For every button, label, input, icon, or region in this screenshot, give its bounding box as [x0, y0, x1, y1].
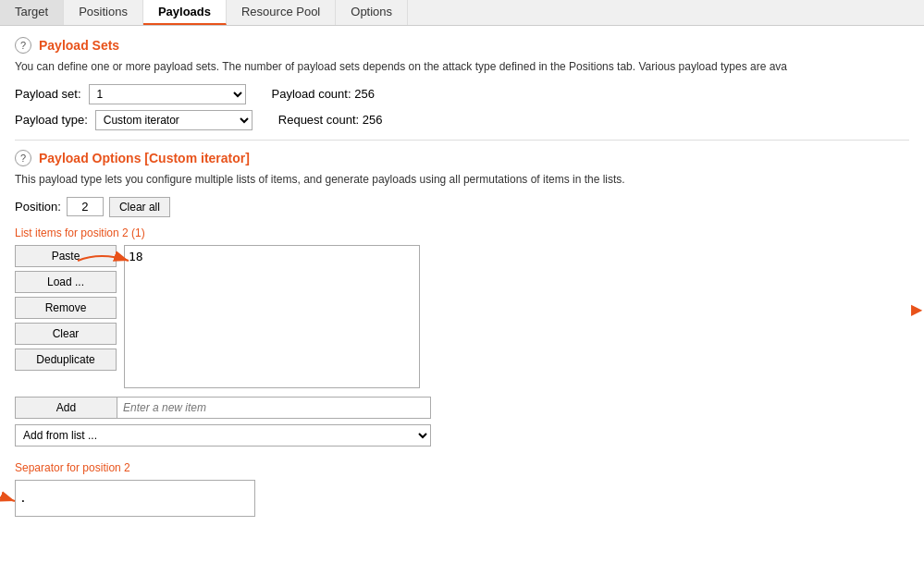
payload-options-header: ? Payload Options [Custom iterator]	[15, 150, 909, 166]
add-from-list-select[interactable]: Add from list ...	[15, 424, 431, 447]
add-item-input[interactable]	[117, 397, 431, 419]
section-divider	[15, 140, 909, 141]
add-from-list-row: Add from list ...	[15, 424, 431, 447]
separator-label: Separator for position 2	[15, 461, 909, 474]
list-items-label: List items for position 2 (1)	[15, 226, 909, 239]
main-content: ? Payload Sets You can define one or mor…	[0, 26, 924, 528]
payload-type-select[interactable]: Simple list Runtime file Custom iterator…	[95, 110, 253, 130]
payload-type-label: Payload type:	[15, 113, 88, 127]
payload-sets-header: ? Payload Sets	[15, 37, 909, 54]
position-input[interactable]	[67, 197, 104, 216]
clear-all-button[interactable]: Clear all	[109, 197, 170, 217]
right-arrow-indicator: ▶	[911, 300, 922, 318]
tab-target[interactable]: Target	[0, 0, 64, 25]
payload-set-select[interactable]: 1 2	[89, 84, 246, 104]
payload-options-help-icon[interactable]: ?	[15, 150, 31, 166]
payload-options-description: This payload type lets you configure mul…	[15, 172, 909, 188]
payload-options-section: ? Payload Options [Custom iterator] This…	[15, 150, 909, 517]
deduplicate-button[interactable]: Deduplicate	[15, 349, 117, 371]
separator-section: Separator for position 2	[15, 461, 909, 517]
payload-options-title: Payload Options [Custom iterator]	[39, 151, 250, 165]
list-action-buttons: Paste Load ... Remove Clear Deduplicate	[15, 245, 117, 371]
clear-button[interactable]: Clear	[15, 323, 117, 345]
payload-sets-title: Payload Sets	[39, 38, 119, 53]
load-button[interactable]: Load ...	[15, 271, 117, 293]
tab-positions[interactable]: Positions	[64, 0, 143, 25]
payload-sets-description: You can define one or more payload sets.…	[15, 59, 909, 75]
tab-bar: Target Positions Payloads Resource Pool …	[0, 0, 924, 26]
add-button[interactable]: Add	[15, 397, 117, 419]
payload-count-text: Payload count: 256	[272, 87, 375, 101]
tab-options[interactable]: Options	[336, 0, 408, 25]
position-row: Position: Clear all	[15, 197, 909, 217]
tab-resource-pool[interactable]: Resource Pool	[227, 0, 336, 25]
position-label: Position:	[15, 200, 61, 214]
payload-type-row: Payload type: Simple list Runtime file C…	[15, 110, 909, 130]
list-textarea[interactable]: 18	[124, 245, 420, 388]
tab-payloads[interactable]: Payloads	[143, 0, 227, 25]
payload-set-label: Payload set:	[15, 87, 81, 101]
payload-set-row: Payload set: 1 2 Payload count: 256	[15, 84, 909, 104]
paste-button[interactable]: Paste	[15, 245, 117, 267]
request-count-text: Request count: 256	[278, 113, 383, 127]
separator-input[interactable]	[15, 480, 255, 517]
payload-sets-help-icon[interactable]: ?	[15, 37, 31, 54]
remove-button[interactable]: Remove	[15, 297, 117, 319]
list-area: Paste Load ... Remove Clear Deduplicate …	[15, 245, 909, 391]
add-row: Add	[15, 397, 431, 419]
